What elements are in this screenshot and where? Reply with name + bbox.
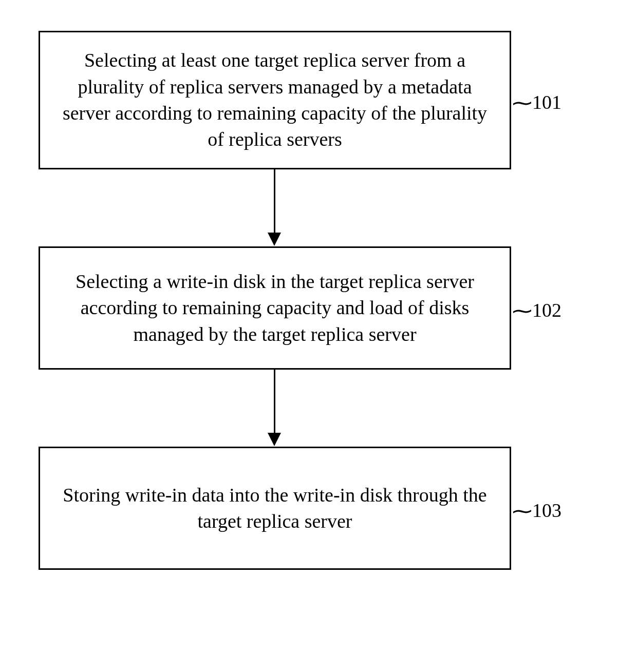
flow-step-label: ∼102 bbox=[514, 298, 561, 322]
flow-step-label: ∼103 bbox=[514, 498, 561, 522]
flow-step-box: Selecting a write-in disk in the target … bbox=[39, 246, 511, 370]
flow-arrow-head bbox=[268, 233, 281, 246]
flow-arrow-line bbox=[274, 169, 275, 234]
flow-step-box: Storing write-in data into the write-in … bbox=[39, 447, 511, 570]
flow-step-box: Selecting at least one target replica se… bbox=[39, 31, 511, 169]
flow-step-number: 102 bbox=[532, 299, 561, 321]
flowchart-canvas: Selecting at least one target replica se… bbox=[0, 0, 637, 672]
connector-tilde: ∼ bbox=[510, 499, 535, 523]
flow-step-label: ∼101 bbox=[514, 90, 561, 114]
connector-tilde: ∼ bbox=[510, 91, 535, 115]
flow-step-text: Selecting a write-in disk in the target … bbox=[54, 268, 495, 348]
flow-arrow-head bbox=[268, 433, 281, 446]
flow-step-text: Storing write-in data into the write-in … bbox=[54, 482, 495, 535]
flow-step-number: 101 bbox=[532, 91, 561, 113]
flow-step-number: 103 bbox=[532, 499, 561, 522]
connector-tilde: ∼ bbox=[510, 299, 535, 323]
flow-step-text: Selecting at least one target replica se… bbox=[54, 47, 495, 152]
flow-arrow-line bbox=[274, 370, 275, 434]
